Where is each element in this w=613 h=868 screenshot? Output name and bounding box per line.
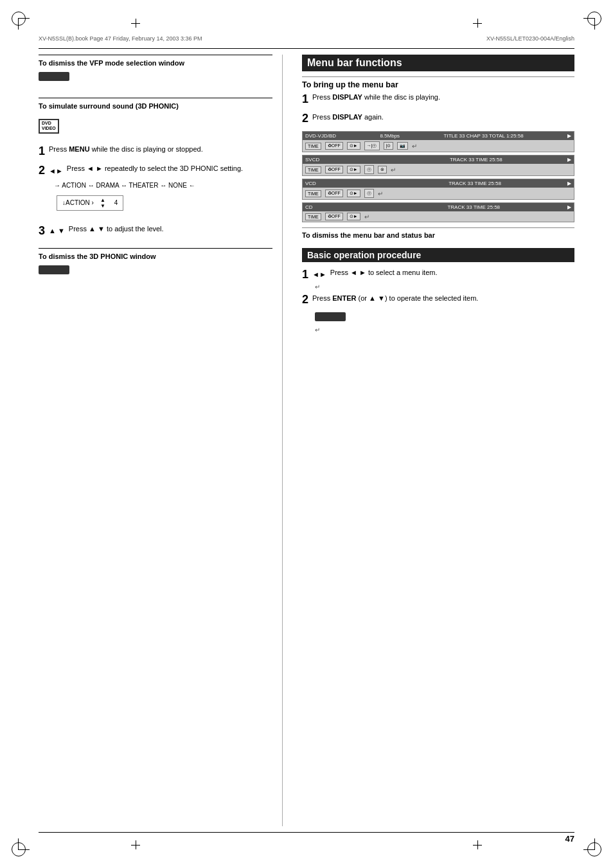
step-3: 3 ▲ ▼ Press ▲ ▼ to adjust the level.: [39, 224, 272, 238]
cd-bar-top: CD TRACK 33 TIME 25:58 ▶: [303, 203, 574, 211]
basic-step-2-label: 2: [302, 293, 308, 306]
section-rule-1: [39, 55, 272, 55]
return-symbol-1: ↵: [315, 283, 574, 290]
cd-bar-bottom: TIME ♻OFF ⊙► ↵: [303, 211, 574, 222]
basic-op-section: Basic operation procedure 1 ◄► Press ◄ ►…: [302, 248, 574, 333]
vcd-bar-bottom: TIME ♻OFF ⊙► ㊉ ↵: [303, 188, 574, 199]
step-3-label: 3: [39, 224, 45, 238]
step-2-label: 2: [39, 164, 45, 177]
main-content: To dismiss the VFP mode selection window…: [39, 55, 574, 826]
crosshair-top-right: [473, 19, 482, 28]
circle-tl: [12, 12, 26, 26]
menu-bar-screenshots: DVD-VJD/BD 8.5Mbps TITLE 33 CHAP 33 TOTA…: [302, 131, 574, 222]
arrow-seq-text: → ACTION ↔ DRAMA ↔ THEATER ↔ NONE ←: [54, 182, 195, 189]
dismiss-3d-section: To dismiss the 3D PHONIC window: [39, 248, 272, 274]
right-step-2: 2 Press DISPLAY again.: [302, 112, 574, 127]
step-1-text: Press MENU while the disc is playing or …: [49, 144, 203, 155]
left-column: To dismiss the VFP mode selection window…: [39, 55, 283, 826]
crosshair-bottom-right: [473, 840, 482, 849]
crosshair-top-left: [131, 19, 140, 28]
circle-bl: [12, 842, 26, 856]
header-area: XV-N5SSL(B).book Page 47 Friday, Februar…: [39, 35, 574, 42]
menu-bar-title: Menu bar functions: [302, 55, 574, 71]
dvd-menu-bar: DVD-VJD/BD 8.5Mbps TITLE 33 CHAP 33 TOTA…: [302, 131, 574, 152]
svcd-bar-top: SVCD TRACK 33 TIME 25:58 ▶: [303, 155, 574, 164]
sub-rule-dismiss: [302, 227, 574, 228]
basic-step-2: 2 Press ENTER (or ▲ ▼) to operate the se…: [302, 293, 574, 308]
right-step-2-text: Press DISPLAY again.: [312, 112, 384, 123]
doc-id: XV-N55SL/LET0230-004A/English: [486, 35, 574, 42]
bottom-rule: [39, 832, 574, 833]
surround-heading: To simulate surround sound (3D PHONIC): [39, 102, 272, 110]
return-symbol-2: ↵: [315, 326, 574, 333]
dismiss-vfp-heading: To dismiss the VFP mode selection window: [39, 59, 272, 67]
step-2-arrows: ◄►: [49, 167, 63, 175]
vcd-menu-bar: VCD TRACK 33 TIME 25:58 ▶ TIME ♻OFF ⊙► ㊉…: [302, 179, 574, 200]
dismiss-menu-heading: To dismiss the menu bar and status bar: [302, 231, 574, 239]
cd-menu-bar: CD TRACK 33 TIME 25:58 ▶ TIME ♻OFF ⊙► ↵: [302, 202, 574, 222]
basic-step-1: 1 ◄► Press ◄ ► to select a menu item.: [302, 267, 574, 282]
action-box: ↓ACTION › ▲ ▼ 4: [57, 195, 123, 211]
vcd-bar-top: VCD TRACK 33 TIME 25:58 ▶: [303, 179, 574, 188]
basic-step-2-text: Press ENTER (or ▲ ▼) to operate the sele…: [312, 293, 478, 304]
page-number: 47: [565, 834, 574, 844]
right-step-1-text: Press DISPLAY while the disc is playing.: [312, 92, 440, 103]
dismiss-menu-section: To dismiss the menu bar and status bar: [302, 227, 574, 239]
two-column-layout: To dismiss the VFP mode selection window…: [39, 55, 574, 826]
section-rule-2: [39, 98, 272, 98]
circle-br: [587, 842, 601, 856]
section-rule-3d: [39, 248, 272, 249]
bring-up-heading: To bring up the menu bar: [302, 80, 574, 89]
step-3-text: Press ▲ ▼ to adjust the level.: [69, 224, 164, 235]
dismiss-vfp-button: [39, 72, 69, 81]
basic-op-title: Basic operation procedure: [302, 248, 574, 262]
step-1: 1 Press MENU while the disc is playing o…: [39, 144, 272, 159]
right-step-1: 1 Press DISPLAY while the disc is playin…: [302, 92, 574, 107]
top-rule: [39, 48, 574, 49]
file-info: XV-N5SSL(B).book Page 47 Friday, Februar…: [39, 35, 202, 42]
step-2-text: Press ◄ ► repeatedly to select the 3D PH…: [67, 163, 243, 174]
dvd-video-badge: DVDVIDEO: [39, 119, 59, 134]
crosshair-bottom-left: [131, 840, 140, 849]
svcd-bar-bottom: TIME ♻OFF ⊙► ㊉ ⊚ ↵: [303, 164, 574, 175]
basic-dismiss-button: [315, 312, 346, 321]
right-column: Menu bar functions To bring up the menu …: [302, 55, 574, 826]
dismiss-vfp-section: To dismiss the VFP mode selection window: [39, 55, 272, 81]
basic-step-1-text: Press ◄ ► to select a menu item.: [330, 267, 438, 278]
dvd-bar-bottom: TIME ♻OFF ⊙► →|㊉ |⊙ 📷 ↵: [303, 140, 574, 152]
basic-step-1-label: 1: [302, 268, 308, 281]
right-step-2-label: 2: [302, 112, 308, 125]
basic-step-1-arrows: ◄►: [312, 270, 326, 278]
sub-rule-1: [302, 76, 574, 77]
dismiss-3d-heading: To dismiss the 3D PHONIC window: [39, 252, 272, 260]
dismiss-3d-button: [39, 265, 69, 274]
step-3-arrows: ▲ ▼: [49, 227, 65, 235]
surround-section: To simulate surround sound (3D PHONIC) D…: [39, 98, 272, 274]
bring-up-section: To bring up the menu bar 1 Press DISPLAY…: [302, 76, 574, 333]
circle-tr: [587, 12, 601, 26]
arrow-sequence-diagram: → ACTION ↔ DRAMA ↔ THEATER ↔ NONE ←: [54, 182, 272, 189]
step-2: 2 ◄► Press ◄ ► repeatedly to select the …: [39, 163, 272, 178]
svcd-menu-bar: SVCD TRACK 33 TIME 25:58 ▶ TIME ♻OFF ⊙► …: [302, 155, 574, 176]
step-1-label: 1: [39, 145, 45, 158]
dvd-bar-top: DVD-VJD/BD 8.5Mbps TITLE 33 CHAP 33 TOTA…: [303, 132, 574, 140]
right-step-1-label: 1: [302, 93, 308, 106]
